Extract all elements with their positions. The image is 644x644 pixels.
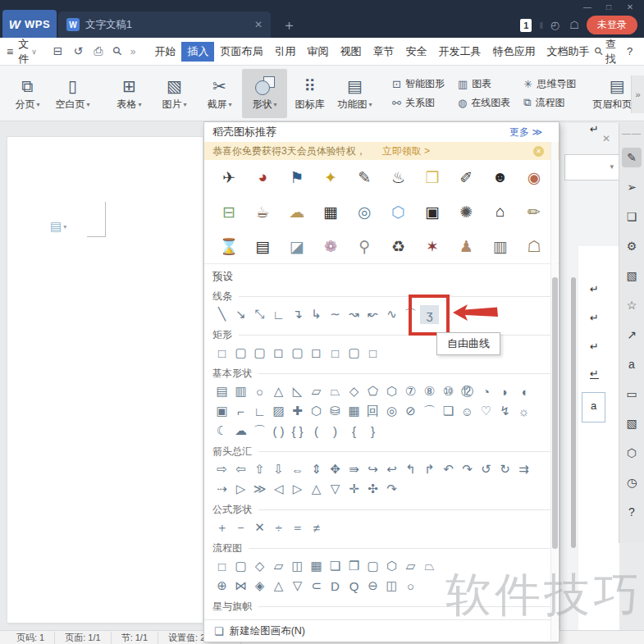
shape-cell[interactable]: { } [288, 422, 307, 441]
login-button[interactable]: 未登录 [587, 16, 637, 34]
shape-cell[interactable]: ◎ [382, 402, 401, 421]
print-preview-icon[interactable]: ⚲ [110, 43, 126, 59]
shape-cell[interactable]: ☼ [514, 402, 533, 421]
image-gallery-icon[interactable]: ▧ [622, 266, 642, 285]
close-window-icon[interactable]: ✕ [619, 0, 641, 14]
ribbon-tab[interactable]: 文档助手 [541, 42, 595, 62]
shape-cell[interactable]: ∼ [326, 305, 345, 324]
new-tab-button[interactable]: ＋ [282, 16, 296, 34]
tab-close-icon[interactable]: ✕ [254, 19, 263, 30]
shape-cell[interactable]: ↘ [231, 305, 250, 324]
skin-icon[interactable]: ☖ [569, 19, 579, 31]
docer-icon[interactable]: ⊟ [219, 203, 239, 222]
shape-cell[interactable]: ⤡ [250, 305, 269, 324]
docer-icon[interactable]: ⚑ [287, 168, 307, 187]
ribbon-button[interactable]: ▤ 功能图▾ [332, 69, 377, 118]
window-count-badge[interactable]: 1 [520, 19, 532, 32]
shape-cell[interactable]: ⑩ [439, 382, 458, 401]
print-icon[interactable]: ⎙ [94, 44, 103, 58]
ribbon-small-button[interactable]: ⚯ 关系图 [392, 96, 445, 110]
shape-cell[interactable]: ▣ [212, 402, 231, 421]
panel-scrollbar[interactable] [550, 142, 558, 641]
shape-cell[interactable]: ⛁ [326, 402, 345, 421]
save-icon[interactable]: ⊟ [53, 44, 63, 58]
file-menu[interactable]: 文件 [18, 37, 29, 66]
shape-cell[interactable]: ⊂ [307, 577, 326, 596]
shape-cell[interactable]: ◫ [382, 577, 401, 596]
shape-cell[interactable]: ) [326, 422, 345, 441]
shape-cell[interactable]: □ [363, 344, 382, 363]
docer-icon[interactable]: ▦ [321, 203, 340, 222]
favorites-icon[interactable]: ☆ [622, 295, 642, 315]
ribbon-small-button[interactable]: ▥ 图表 [458, 77, 510, 91]
shape-cell[interactable]: ◖ [514, 382, 533, 401]
document-tab[interactable]: W 文字文稿1 ✕ [58, 11, 271, 38]
shape-cell[interactable]: ♡ [477, 402, 496, 421]
ribbon-small-button[interactable]: ✳ 思维导图 [523, 77, 576, 91]
shape-cell[interactable]: ◇ [345, 382, 363, 401]
drag-handle[interactable]: —— [622, 128, 642, 143]
shape-cell[interactable]: } [363, 422, 382, 441]
shape-cell[interactable]: ▢ [345, 344, 363, 363]
paragraph-mark[interactable]: a [582, 392, 605, 422]
shape-cell[interactable]: △ [269, 577, 288, 596]
shape-cell[interactable]: ⬠ [363, 382, 382, 401]
shape-cell[interactable]: ◺ [288, 382, 307, 401]
shape-cell[interactable]: ⬡ [382, 382, 401, 401]
share-icon[interactable]: ↗ [622, 325, 642, 345]
docer-icon[interactable]: ✦ [321, 168, 340, 187]
shape-cell[interactable]: □ [326, 344, 345, 363]
shape-cell[interactable]: ✣ [363, 480, 382, 499]
more-link[interactable]: 更多 ≫ [509, 126, 550, 139]
docer-icon[interactable]: ▥ [491, 237, 510, 256]
shape-cell[interactable]: ▷ [288, 480, 307, 499]
shape-cell[interactable]: { [345, 422, 363, 441]
shape-cell[interactable]: ⇛ [345, 460, 363, 479]
shape-cell[interactable]: ☺ [458, 402, 477, 421]
shape-cell[interactable]: ⊘ [401, 402, 420, 421]
ribbon-small-button[interactable]: ◍ 在线图表 [458, 96, 510, 110]
shape-cell[interactable]: ○ [250, 382, 269, 401]
pane-scrollbar-thumb[interactable] [571, 277, 576, 548]
shape-cell[interactable]: △ [269, 382, 288, 401]
docer-icon[interactable]: ☻ [491, 168, 510, 186]
docer-icon[interactable]: ✏ [524, 203, 544, 222]
docer-icon[interactable]: ✈ [219, 168, 239, 187]
shape-cell[interactable]: ⑧ [420, 382, 439, 401]
shape-cell[interactable]: ↩ [382, 460, 401, 479]
shape-cell[interactable]: ▱ [401, 557, 420, 576]
shape-cell[interactable]: ⇕ [307, 460, 326, 479]
docer-icon[interactable]: ⌛ [219, 237, 239, 256]
paragraph-mark[interactable]: ↵ [590, 368, 599, 380]
shape-cell[interactable]: ❐ [345, 557, 363, 576]
ribbon-tab[interactable]: 引用 [268, 42, 301, 62]
shape-cell[interactable]: ⇉ [514, 460, 533, 479]
history-icon[interactable]: ◷ [622, 473, 642, 492]
docer-icon[interactable]: ❁ [321, 237, 340, 256]
shape-cell[interactable]: ↱ [420, 460, 439, 479]
panel-scrollbar-thumb[interactable] [552, 277, 558, 549]
shape-cell[interactable]: ↺ [477, 460, 496, 479]
ribbon-button[interactable]: ▧ 图片▾ [152, 69, 197, 118]
ribbon-tab[interactable]: 插入 [181, 42, 214, 62]
shape-cell[interactable]: D [326, 577, 345, 596]
paste-options-button[interactable]: ▤ ▾ [50, 219, 66, 234]
shape-cell[interactable]: ( [307, 422, 326, 441]
shape-cell[interactable]: ▢ [231, 344, 250, 363]
docer-icon[interactable]: ☖ [524, 237, 544, 256]
shape-cell[interactable]: ∟ [269, 305, 288, 324]
shape-cell[interactable]: ⏢ [326, 382, 345, 401]
shape-cell[interactable]: ÷ [269, 518, 288, 537]
shape-cell[interactable]: △ [307, 480, 326, 499]
docer-icon[interactable]: ♟ [456, 237, 476, 256]
shape-cell[interactable]: ◻ [269, 344, 288, 363]
paragraph-mark[interactable]: ↵ [590, 340, 599, 353]
docer-icon[interactable]: ✶ [422, 237, 442, 256]
docer-icon[interactable]: ☕ [253, 203, 272, 222]
minimize-icon[interactable]: — [577, 0, 598, 14]
document-page[interactable]: ▤ ▾ [7, 136, 203, 623]
shape-cell[interactable]: ✥ [326, 460, 345, 479]
shape-cell[interactable]: ⌒ [250, 422, 269, 441]
shape-cell[interactable]: ▢ [250, 344, 269, 363]
shape-cell[interactable]: ▱ [269, 557, 288, 576]
